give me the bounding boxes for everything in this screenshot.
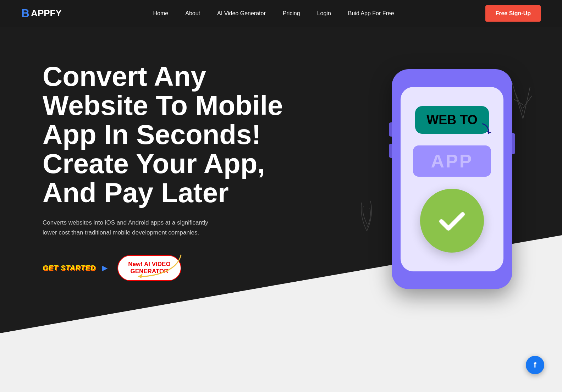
web-to-badge: WEB TO bbox=[415, 106, 489, 134]
app-badge: APP bbox=[413, 145, 491, 177]
facebook-button[interactable]: f bbox=[526, 356, 544, 374]
phone-btn-right bbox=[512, 133, 515, 154]
hero-phone-illustration: WEB TO APP bbox=[378, 48, 527, 289]
phone-btn-left-1 bbox=[389, 122, 392, 137]
plant-decoration bbox=[509, 76, 537, 122]
logo[interactable]: B APPFY bbox=[21, 7, 62, 20]
badge-arrow-icon bbox=[475, 121, 495, 143]
hero-left: Convert Any Website To Mobile App In Sec… bbox=[43, 55, 284, 281]
nav-pricing[interactable]: Pricing bbox=[283, 10, 300, 16]
phone-body: WEB TO APP bbox=[392, 69, 512, 289]
svg-line-1 bbox=[512, 83, 523, 119]
checkmark-circle bbox=[420, 189, 484, 253]
phone-btn-left-2 bbox=[389, 144, 392, 158]
phone-inner: WEB TO APP bbox=[401, 87, 503, 271]
nav-ai-video[interactable]: AI Video Generator bbox=[217, 10, 266, 16]
cursor-icon: ▶ bbox=[102, 264, 108, 272]
get-started-button[interactable]: GET STARTED bbox=[43, 264, 96, 272]
nav-login[interactable]: Login bbox=[317, 10, 331, 16]
hero-subtitle: Converts websites into iOS and Android a… bbox=[43, 218, 224, 237]
app-text: APP bbox=[427, 150, 477, 172]
checkmark-icon bbox=[434, 203, 470, 238]
navbar: B APPFY Home About AI Video Generator Pr… bbox=[0, 0, 562, 27]
logo-text: APPFY bbox=[31, 8, 62, 19]
hero-content: Convert Any Website To Mobile App In Sec… bbox=[0, 27, 562, 289]
nav-build-app[interactable]: Buid App For Free bbox=[348, 10, 394, 16]
grass-decoration bbox=[356, 188, 378, 232]
arrow-decoration bbox=[135, 252, 184, 281]
hero-section: Convert Any Website To Mobile App In Sec… bbox=[0, 0, 562, 392]
hero-title: Convert Any Website To Mobile App In Sec… bbox=[43, 62, 284, 207]
nav-about[interactable]: About bbox=[185, 10, 200, 16]
hero-buttons: GET STARTED ▶ New! AI VIDEO GENERATOR bbox=[43, 255, 284, 281]
svg-line-3 bbox=[516, 94, 523, 112]
nav-home[interactable]: Home bbox=[153, 10, 169, 16]
logo-letter: B bbox=[21, 7, 29, 20]
signup-button[interactable]: Free Sign-Up bbox=[485, 5, 541, 22]
nav-links: Home About AI Video Generator Pricing Lo… bbox=[153, 10, 394, 17]
svg-line-4 bbox=[523, 96, 532, 108]
web-to-text: WEB TO bbox=[426, 112, 477, 127]
